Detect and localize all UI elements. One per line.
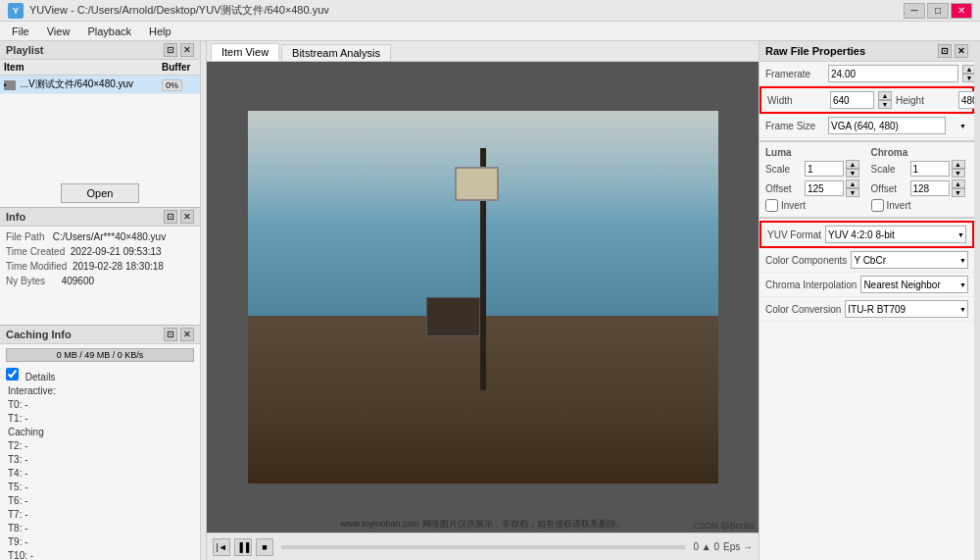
caching-close-btn[interactable]: ✕ (180, 328, 194, 341)
info-header: Info ⊡ ✕ (0, 208, 200, 227)
menu-playback[interactable]: Playback (79, 25, 139, 38)
playlist-header-controls: ⊡ ✕ (164, 43, 194, 57)
width-spin-down[interactable]: ▼ (878, 100, 892, 109)
luma-scale-spin-down[interactable]: ▼ (846, 169, 859, 178)
width-spin-up[interactable]: ▲ (878, 91, 892, 100)
close-button[interactable]: ✕ (951, 3, 972, 19)
raw-file-props-header: Raw File Properties ⊡ ✕ (760, 41, 974, 62)
yuv-format-select-wrapper: ▼ (825, 226, 966, 243)
eps-label: Eps → (723, 541, 753, 552)
framerate-spin-up[interactable]: ▲ (962, 65, 974, 74)
cache-t8: T8: - (8, 522, 192, 535)
info-close-btn[interactable]: ✕ (180, 210, 194, 224)
menu-help[interactable]: Help (141, 25, 179, 38)
color-conversion-input[interactable] (845, 300, 968, 318)
playback-bar: |◄ ▐▐ ■ 0 ▲ 0 Eps → (207, 533, 759, 560)
chroma-interpolation-label: Chroma Interpolation (765, 280, 857, 290)
width-label: Width (767, 95, 826, 106)
frame-size-label: Frame Size (765, 121, 824, 131)
watermark-text: www.toymoban.com 网络图片仅供展示，非存档，如有侵权请联系删除。 (340, 518, 624, 531)
luma-offset-spin-up[interactable]: ▲ (846, 179, 859, 188)
cache-details: Details (0, 366, 200, 384)
tab-bitstream[interactable]: Bitstream Analysis (281, 44, 391, 61)
info-title: Info (6, 211, 25, 223)
app-icon: Y (8, 3, 24, 19)
info-bytes-label: Ny Bytes (6, 276, 45, 286)
luma-offset-label: Offset (765, 183, 803, 194)
playlist-detach-btn[interactable]: ⊡ (164, 43, 177, 57)
section-divider-2 (760, 217, 974, 219)
chroma-offset-input[interactable] (910, 180, 950, 196)
luma-scale-input[interactable] (805, 161, 844, 177)
cache-t9: T9: - (8, 535, 192, 549)
file-icon: ▪ (4, 80, 16, 90)
yuv-format-row: YUV Format ▼ (760, 221, 974, 248)
luma-offset-spin-down[interactable]: ▼ (846, 188, 859, 197)
info-filepath-row: File Path C:/Users/Ar***40×480.yuv (6, 229, 194, 244)
center-area: Item View Bitstream Analysis (207, 41, 759, 560)
framerate-spin-down[interactable]: ▼ (962, 74, 974, 82)
open-button[interactable]: Open (61, 183, 139, 203)
color-components-select-wrapper: ▼ (851, 251, 968, 269)
chroma-interpolation-input[interactable] (860, 276, 968, 293)
playlist-row[interactable]: ▪ ...V测试文件/640×480.yuv 0% (0, 76, 200, 94)
playback-slider[interactable] (281, 545, 685, 549)
luma-scale-spinner: ▲ ▼ (846, 160, 859, 178)
info-created-label: Time Created (6, 246, 65, 257)
luma-offset-input[interactable] (805, 180, 844, 196)
menu-file[interactable]: File (4, 25, 37, 38)
chroma-scale-spin-up[interactable]: ▲ (952, 160, 965, 169)
play-to-start-button[interactable]: |◄ (213, 538, 230, 556)
cache-t0: T0: - (8, 398, 192, 412)
color-conversion-select-wrapper: ▼ (845, 300, 968, 318)
yuv-format-input[interactable] (825, 226, 966, 243)
height-input[interactable] (958, 91, 974, 109)
yuv-format-label: YUV Format (767, 229, 821, 240)
chroma-invert-label: Invert (887, 200, 911, 211)
luma-scale-spin-up[interactable]: ▲ (846, 160, 859, 169)
framerate-input[interactable] (828, 65, 958, 82)
framerate-label: Framerate (765, 69, 824, 79)
window-title: YUView - C:/Users/Arnold/Desktop/YUV测试文件… (29, 3, 329, 18)
minimize-button[interactable]: ─ (904, 3, 925, 19)
window-controls: ─ □ ✕ (904, 3, 972, 19)
luma-offset-spinner: ▲ ▼ (846, 179, 859, 197)
frame-size-input[interactable] (828, 117, 946, 134)
frame-size-row: Frame Size ▼ (760, 114, 974, 138)
cache-details-checkbox[interactable] (6, 368, 19, 381)
cache-t4: T4: - (8, 467, 192, 481)
raw-props-close-btn[interactable]: ✕ (955, 44, 968, 58)
playlist-close-btn[interactable]: ✕ (180, 43, 194, 57)
raw-props-detach-btn[interactable]: ⊡ (938, 44, 952, 58)
frame-size-select-wrapper: ▼ (828, 117, 968, 134)
maximize-button[interactable]: □ (927, 3, 949, 19)
stop-button[interactable]: ■ (256, 538, 273, 556)
cache-t3: T3: - (8, 453, 192, 467)
luma-invert-row: Invert (765, 199, 863, 212)
menubar: File View Playback Help (0, 22, 980, 41)
info-detach-btn[interactable]: ⊡ (164, 210, 177, 224)
luma-chroma-labels-row: Luma Scale ▲ ▼ Offset ▲ ▼ (760, 144, 974, 215)
color-conversion-label: Color Conversion (765, 304, 841, 315)
chroma-scale-input[interactable] (910, 161, 950, 177)
luma-invert-checkbox[interactable] (765, 199, 778, 212)
caching-detach-btn[interactable]: ⊡ (164, 328, 177, 341)
chroma-offset-spin-up[interactable]: ▲ (952, 179, 965, 188)
chroma-scale-spin-down[interactable]: ▼ (952, 169, 965, 178)
right-scroll-bar[interactable] (974, 41, 980, 560)
color-components-input[interactable] (851, 251, 968, 269)
chroma-offset-spin-down[interactable]: ▼ (952, 188, 965, 197)
chroma-invert-checkbox[interactable] (871, 199, 884, 212)
info-filepath-label: File Path (6, 231, 44, 242)
playlist-section: Playlist ⊡ ✕ Item Buffer (0, 41, 200, 208)
video-container: www.toymoban.com 网络图片仅供展示，非存档，如有侵权请联系删除。… (207, 62, 759, 533)
cache-details-checkbox-row[interactable]: Details (6, 372, 55, 382)
raw-props-header-controls: ⊡ ✕ (938, 44, 968, 58)
chroma-scale-label: Scale (871, 164, 908, 175)
playlist-title: Playlist (6, 44, 44, 56)
frame-counter: 0 ▲ 0 (693, 541, 719, 552)
menu-view[interactable]: View (39, 25, 78, 38)
play-pause-button[interactable]: ▐▐ (234, 538, 252, 556)
width-input[interactable] (830, 91, 874, 109)
tab-item-view[interactable]: Item View (211, 43, 279, 61)
